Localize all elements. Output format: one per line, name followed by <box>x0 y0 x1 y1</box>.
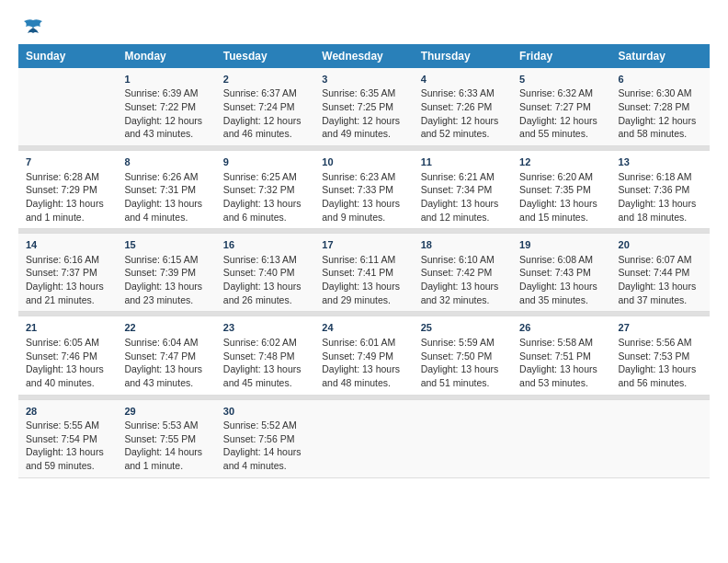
daylight-text: Daylight: 13 hours and 56 minutes. <box>619 362 702 389</box>
day-cell: 4Sunrise: 6:33 AMSunset: 7:26 PMDaylight… <box>414 68 512 146</box>
sunrise-text: Sunrise: 6:02 AM <box>223 336 307 350</box>
sunset-text: Sunset: 7:22 PM <box>124 100 208 114</box>
sunrise-text: Sunrise: 6:08 AM <box>519 253 603 267</box>
day-cell: 8Sunrise: 6:26 AMSunset: 7:31 PMDaylight… <box>117 151 215 229</box>
day-cell: 16Sunrise: 6:13 AMSunset: 7:40 PMDayligh… <box>216 234 314 312</box>
daylight-text: Daylight: 12 hours and 43 minutes. <box>124 114 208 141</box>
col-wednesday: Wednesday <box>314 44 413 68</box>
week-row-1: 1Sunrise: 6:39 AMSunset: 7:22 PMDaylight… <box>18 68 710 146</box>
calendar-body: 1Sunrise: 6:39 AMSunset: 7:22 PMDaylight… <box>18 68 710 477</box>
day-number: 4 <box>421 73 505 86</box>
sunset-text: Sunset: 7:40 PM <box>223 266 307 280</box>
day-number: 30 <box>223 405 307 419</box>
day-number: 27 <box>619 321 702 335</box>
day-cell: 30Sunrise: 5:52 AMSunset: 7:56 PMDayligh… <box>216 399 314 477</box>
sunrise-text: Sunrise: 6:32 AM <box>519 86 603 100</box>
header-row: Sunday Monday Tuesday Wednesday Thursday… <box>18 44 710 68</box>
col-monday: Monday <box>117 44 215 68</box>
daylight-text: Daylight: 12 hours and 49 minutes. <box>322 114 405 141</box>
day-cell <box>314 399 413 477</box>
day-number: 15 <box>124 238 208 252</box>
sunrise-text: Sunrise: 6:18 AM <box>619 170 702 184</box>
day-number: 11 <box>421 155 505 169</box>
daylight-text: Daylight: 13 hours and 29 minutes. <box>322 280 405 306</box>
daylight-text: Daylight: 13 hours and 4 minutes. <box>124 197 208 224</box>
day-cell: 19Sunrise: 6:08 AMSunset: 7:43 PMDayligh… <box>512 234 610 312</box>
day-number: 29 <box>124 405 208 419</box>
sunset-text: Sunset: 7:47 PM <box>124 350 208 363</box>
sunrise-text: Sunrise: 5:53 AM <box>124 419 208 432</box>
day-cell: 17Sunrise: 6:11 AMSunset: 7:41 PMDayligh… <box>314 234 413 312</box>
sunrise-text: Sunrise: 6:07 AM <box>619 253 702 267</box>
day-cell: 6Sunrise: 6:30 AMSunset: 7:28 PMDaylight… <box>611 68 710 146</box>
sunset-text: Sunset: 7:42 PM <box>421 266 505 280</box>
sunset-text: Sunset: 7:33 PM <box>322 183 405 197</box>
daylight-text: Daylight: 13 hours and 43 minutes. <box>124 362 208 389</box>
sunrise-text: Sunrise: 5:55 AM <box>26 419 109 432</box>
day-cell: 20Sunrise: 6:07 AMSunset: 7:44 PMDayligh… <box>611 234 710 312</box>
sunset-text: Sunset: 7:28 PM <box>619 100 702 114</box>
sunrise-text: Sunrise: 5:56 AM <box>619 336 702 350</box>
week-row-3: 14Sunrise: 6:16 AMSunset: 7:37 PMDayligh… <box>18 234 710 312</box>
sunset-text: Sunset: 7:48 PM <box>223 350 307 363</box>
page-header <box>18 18 710 35</box>
day-number: 17 <box>322 238 405 252</box>
day-cell: 24Sunrise: 6:01 AMSunset: 7:49 PMDayligh… <box>314 316 413 395</box>
sunset-text: Sunset: 7:26 PM <box>421 100 505 114</box>
sunrise-text: Sunrise: 6:13 AM <box>223 253 307 267</box>
day-cell: 9Sunrise: 6:25 AMSunset: 7:32 PMDaylight… <box>216 151 314 229</box>
day-number: 12 <box>519 155 603 169</box>
daylight-text: Daylight: 13 hours and 32 minutes. <box>421 280 505 306</box>
day-cell: 12Sunrise: 6:20 AMSunset: 7:35 PMDayligh… <box>512 151 610 229</box>
day-number: 14 <box>26 238 109 252</box>
day-cell: 3Sunrise: 6:35 AMSunset: 7:25 PMDaylight… <box>314 68 413 146</box>
day-number: 7 <box>26 155 109 169</box>
day-cell: 2Sunrise: 6:37 AMSunset: 7:24 PMDaylight… <box>216 68 314 146</box>
day-cell <box>18 68 117 146</box>
day-cell: 22Sunrise: 6:04 AMSunset: 7:47 PMDayligh… <box>117 316 215 395</box>
col-sunday: Sunday <box>18 44 117 68</box>
day-number: 28 <box>26 405 109 419</box>
sunrise-text: Sunrise: 5:58 AM <box>519 336 603 350</box>
sunset-text: Sunset: 7:51 PM <box>519 350 603 363</box>
week-row-5: 28Sunrise: 5:55 AMSunset: 7:54 PMDayligh… <box>18 399 710 477</box>
daylight-text: Daylight: 12 hours and 58 minutes. <box>619 114 702 141</box>
calendar-header: Sunday Monday Tuesday Wednesday Thursday… <box>18 44 710 68</box>
day-cell <box>611 399 710 477</box>
sunset-text: Sunset: 7:56 PM <box>223 432 307 446</box>
week-row-4: 21Sunrise: 6:05 AMSunset: 7:46 PMDayligh… <box>18 316 710 395</box>
sunset-text: Sunset: 7:46 PM <box>26 350 109 363</box>
daylight-text: Daylight: 12 hours and 55 minutes. <box>519 114 603 141</box>
col-saturday: Saturday <box>611 44 710 68</box>
day-number: 23 <box>223 321 307 335</box>
daylight-text: Daylight: 12 hours and 46 minutes. <box>223 114 307 141</box>
day-number: 2 <box>223 73 307 86</box>
sunrise-text: Sunrise: 6:21 AM <box>421 170 505 184</box>
day-number: 9 <box>223 155 307 169</box>
day-cell: 28Sunrise: 5:55 AMSunset: 7:54 PMDayligh… <box>18 399 117 477</box>
sunrise-text: Sunrise: 6:26 AM <box>124 170 208 184</box>
sunset-text: Sunset: 7:31 PM <box>124 183 208 197</box>
day-cell: 11Sunrise: 6:21 AMSunset: 7:34 PMDayligh… <box>414 151 512 229</box>
day-cell: 15Sunrise: 6:15 AMSunset: 7:39 PMDayligh… <box>117 234 215 312</box>
day-cell <box>414 399 512 477</box>
day-number: 3 <box>322 73 405 86</box>
daylight-text: Daylight: 13 hours and 6 minutes. <box>223 197 307 224</box>
sunset-text: Sunset: 7:27 PM <box>519 100 603 114</box>
day-number: 24 <box>322 321 405 335</box>
sunset-text: Sunset: 7:29 PM <box>26 183 109 197</box>
daylight-text: Daylight: 13 hours and 35 minutes. <box>519 280 603 306</box>
daylight-text: Daylight: 13 hours and 48 minutes. <box>322 362 405 389</box>
sunrise-text: Sunrise: 6:01 AM <box>322 336 405 350</box>
day-cell: 5Sunrise: 6:32 AMSunset: 7:27 PMDaylight… <box>512 68 610 146</box>
sunrise-text: Sunrise: 6:35 AM <box>322 86 405 100</box>
daylight-text: Daylight: 14 hours and 4 minutes. <box>223 445 307 472</box>
sunset-text: Sunset: 7:24 PM <box>223 100 307 114</box>
day-number: 25 <box>421 321 505 335</box>
day-number: 21 <box>26 321 109 335</box>
sunrise-text: Sunrise: 6:37 AM <box>223 86 307 100</box>
daylight-text: Daylight: 13 hours and 23 minutes. <box>124 280 208 306</box>
logo-bird-icon <box>20 18 46 35</box>
daylight-text: Daylight: 13 hours and 1 minute. <box>26 197 109 224</box>
daylight-text: Daylight: 13 hours and 26 minutes. <box>223 280 307 306</box>
